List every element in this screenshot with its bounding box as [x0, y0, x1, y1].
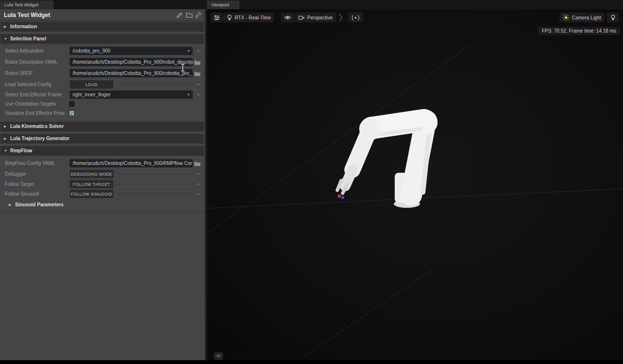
panel-divider	[0, 211, 205, 212]
camera-icon	[298, 15, 305, 20]
field-label: Select Articulation	[5, 46, 44, 56]
render-mode-button[interactable]: RTX - Real-Time	[223, 13, 274, 22]
section-label: RmpFlow	[10, 146, 32, 156]
field-select-end-effector-frame: Select End Effector Frame right_inner_fi…	[0, 90, 205, 100]
use-orientation-targets-checkbox[interactable]	[69, 101, 74, 107]
field-select-articulation: Select Articulation /cobotta_pro_900 ▼	[0, 46, 205, 56]
field-follow-sinusoid: Follow Sinusoid FOLLOW SINUSOID	[0, 189, 205, 199]
field-label: RmpFlow Config YAML	[5, 158, 55, 168]
viewport-canvas[interactable]	[207, 9, 623, 360]
signal-icon	[351, 15, 360, 21]
fps-text: FPS: 70.52, Frame time: 14.18 ms	[542, 28, 616, 34]
reset-indicator[interactable]	[198, 50, 199, 52]
sliders-icon	[214, 15, 220, 21]
section-lula-kinematics-solver[interactable]: ▶ Lula Kinematics Solver	[0, 122, 204, 131]
load-button[interactable]: LOAD	[70, 80, 113, 89]
field-robot-description-yaml: Robot Description YAML /home/arudich/Des…	[0, 57, 205, 67]
field-debugger: Debugger DEBUGGING MODE	[0, 169, 205, 179]
field-label: Load Selected Config	[5, 79, 52, 90]
follow-sinusoid-button[interactable]: FOLLOW SINUSOID	[70, 190, 113, 198]
field-value: /home/arudich/Desktop/Cobotta_Pro_900/co…	[73, 69, 192, 77]
section-lula-trajectory-generator[interactable]: ▶ Lula Trajectory Generator	[0, 134, 204, 144]
waypoint-button[interactable]	[348, 13, 363, 22]
divider	[116, 194, 193, 194]
robot-arm	[337, 109, 438, 208]
chevron-down-icon: ▼	[4, 34, 7, 44]
debugging-mode-button[interactable]: DEBUGGING MODE	[70, 170, 113, 178]
app-window: Lula Test Widget Viewport Lula Test Widg…	[0, 0, 623, 364]
chevron-down-icon: ▼	[4, 146, 7, 156]
field-label: Select End Effector Frame	[5, 90, 62, 100]
section-selection-panel[interactable]: ▼ Selection Panel	[0, 34, 204, 44]
visibility-button[interactable]	[281, 13, 294, 22]
camera-light-label: Camera Light	[572, 15, 601, 20]
bottom-bar	[0, 360, 623, 364]
section-rmpflow[interactable]: ▼ RmpFlow	[0, 146, 204, 156]
tab-viewport[interactable]: Viewport	[207, 0, 239, 9]
chevron-right-icon: ▶	[9, 200, 11, 210]
tab-lula-test-widget[interactable]: Lula Test Widget	[0, 0, 54, 9]
field-value: /home/arudich/Desktop/Cobotta_Pro_900/ro…	[73, 58, 193, 66]
folder-icon[interactable]	[186, 12, 193, 18]
follow-target-button[interactable]: FOLLOW TARGET	[70, 180, 113, 188]
tab-bar: Lula Test Widget Viewport	[0, 0, 623, 9]
chevron-right-icon: ▶	[4, 134, 6, 144]
chevron-right-icon: ▶	[4, 22, 6, 32]
tab-label: Lula Test Widget	[4, 2, 38, 7]
reset-indicator[interactable]	[198, 84, 199, 85]
section-label: Lula Trajectory Generator	[10, 134, 70, 144]
rmpflow-config-yaml-input[interactable]: /home/arudich/Desktop/Cobotta_Pro_900/RM…	[70, 159, 193, 167]
section-sinusoid-parameters[interactable]: ▶ Sinusoid Parameters	[9, 200, 194, 210]
camera-light-button[interactable]: Camera Light	[559, 13, 605, 22]
chevron-right-icon: ▶	[4, 122, 6, 131]
target-marker	[338, 195, 345, 200]
field-rmpflow-config-yaml: RmpFlow Config YAML /home/arudich/Deskto…	[0, 158, 205, 168]
reset-indicator[interactable]	[198, 193, 199, 195]
robot-description-yaml-input[interactable]: /home/arudich/Desktop/Cobotta_Pro_900/ro…	[70, 58, 193, 66]
robot-urdf-input[interactable]: /home/arudich/Desktop/Cobotta_Pro_900/co…	[70, 69, 193, 77]
end-effector-frame-dropdown[interactable]: right_inner_finger ▼	[70, 91, 193, 99]
select-articulation-dropdown[interactable]: /cobotta_pro_900 ▼	[70, 47, 193, 55]
camera-label: Perspective	[307, 15, 332, 20]
chevron-down-icon: ▼	[187, 47, 190, 55]
eye-icon	[284, 15, 291, 20]
reset-indicator[interactable]	[198, 94, 199, 95]
field-label: Robot Description YAML	[5, 57, 58, 67]
panel-title: Lula Test Widget	[4, 9, 50, 21]
viewport-panel: RTX - Real-Time Perspective	[207, 9, 623, 360]
check-icon: ✓	[70, 111, 74, 116]
visualize-end-effector-pose-checkbox[interactable]: ✓	[69, 110, 74, 116]
field-label: Visualize End Effector Pose	[5, 108, 65, 118]
field-label: Use Orientation Targets	[5, 99, 56, 109]
dropdown-value: /cobotta_pro_900	[73, 47, 110, 55]
light-menu-button[interactable]	[607, 13, 619, 22]
field-label: Follow Target	[5, 179, 34, 189]
link-icon[interactable]	[195, 12, 202, 18]
field-value: /home/arudich/Desktop/Cobotta_Pro_900/RM…	[73, 159, 192, 167]
viewport-settings-button[interactable]	[210, 13, 223, 22]
camera-button[interactable]: Perspective	[295, 13, 336, 22]
toolbar-chevron-icon[interactable]	[338, 13, 343, 22]
browse-folder-icon[interactable]	[194, 70, 201, 76]
section-information[interactable]: ▶ Information	[0, 22, 204, 32]
section-label: Information	[10, 22, 37, 32]
browse-folder-icon[interactable]	[194, 160, 201, 166]
divider	[116, 184, 193, 184]
field-visualize-end-effector-pose: Visualize End Effector Pose ✓	[0, 108, 205, 118]
field-use-orientation-targets: Use Orientation Targets	[0, 99, 205, 109]
field-follow-target: Follow Target FOLLOW TARGET	[0, 179, 205, 189]
field-label: Debugger	[5, 169, 26, 179]
browse-folder-icon[interactable]	[194, 59, 201, 65]
reset-indicator[interactable]	[198, 173, 199, 175]
scene-3d	[207, 9, 623, 360]
tab-label: Viewport	[211, 2, 229, 7]
lightbulb-icon	[610, 15, 616, 21]
sun-icon	[563, 14, 569, 21]
fps-counter: FPS: 70.52, Frame time: 14.18 ms	[538, 27, 620, 35]
mouse-text-cursor	[181, 64, 185, 73]
grid-unit-label: m	[214, 352, 223, 360]
panel-header: Lula Test Widget	[0, 9, 205, 21]
reset-indicator[interactable]	[198, 183, 199, 185]
edit-icon[interactable]	[176, 12, 183, 18]
dropdown-value: right_inner_finger	[73, 91, 110, 99]
